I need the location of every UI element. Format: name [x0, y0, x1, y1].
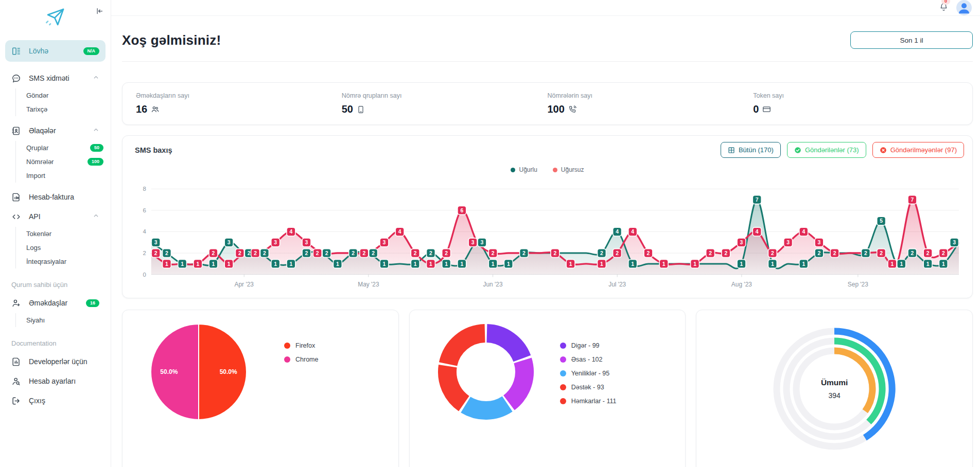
svg-text:2: 2: [942, 250, 945, 256]
sms-tab-1[interactable]: Göndərilənlər (73): [787, 142, 866, 158]
svg-text:1: 1: [492, 261, 495, 267]
total-radial-card: Ümumi 394: [696, 310, 973, 467]
legend-dot: [560, 384, 566, 390]
tab-label: Göndərilməyənlər (97): [890, 146, 957, 154]
sidebar-collapse-icon[interactable]: [96, 7, 103, 17]
sidebar-item-emekdaslar[interactable]: Əməkdaşlar16: [5, 294, 106, 312]
sidebar-item-lovhe[interactable]: LövhəN/A: [5, 40, 106, 62]
category-donut-legend: Digər - 99 Əsas - 102 Yeniliklər - 95 Də…: [560, 342, 617, 405]
svg-text:6: 6: [460, 208, 463, 213]
svg-text:2: 2: [522, 250, 526, 256]
legend-item[interactable]: Yeniliklər - 95: [560, 370, 617, 377]
period-select-button[interactable]: Son 1 il: [850, 31, 973, 49]
category-donut-chart: [436, 322, 535, 423]
legend-item[interactable]: Chrome: [284, 356, 318, 363]
sidebar-item-tarixce[interactable]: Tarixçə: [16, 102, 111, 116]
legend-item[interactable]: Dəstək - 93: [560, 384, 617, 391]
sidebar-nav: LövhəN/ASMS xidmətiGöndərTarixçəƏlaqələr…: [0, 36, 111, 410]
svg-text:1: 1: [507, 261, 510, 267]
sidebar-item-sms-xidmeti[interactable]: SMS xidməti: [5, 69, 106, 87]
sms-line-chart: 02468Apr '23May '23Jun '23Jul '23Aug '23…: [131, 174, 964, 295]
svg-text:1: 1: [383, 261, 386, 267]
sidebar-item-elaqeler[interactable]: Əlaqələr: [5, 121, 106, 140]
sidebar-item-label: Developerlər üçün: [29, 357, 99, 366]
svg-text:1: 1: [740, 261, 743, 267]
sidebar-item-label: İnteqrasiyalar: [26, 258, 111, 265]
sidebar-item-cixis[interactable]: Çıxış: [5, 391, 106, 410]
legend-dot: [511, 168, 515, 172]
sidebar-item-label: Əməkdaşlar: [29, 299, 79, 307]
sms-tab-0[interactable]: Bütün (170): [721, 142, 781, 158]
radial-chart-svg: [768, 322, 901, 455]
pie-chart-svg: 50.0%50.0%: [149, 322, 248, 421]
sidebar-item-label: SMS xidməti: [29, 74, 85, 82]
sms-tab-2[interactable]: Göndərilməyənlər (97): [872, 142, 964, 158]
sidebar-item-inteqrasiyalar[interactable]: İnteqrasiyalar: [16, 255, 111, 268]
svg-text:2: 2: [372, 250, 375, 256]
sidebar-item-tokenler[interactable]: Tokenlər: [16, 227, 111, 241]
svg-text:1: 1: [891, 261, 894, 267]
notifications-bell-icon[interactable]: 0: [939, 3, 948, 13]
svg-text:1: 1: [227, 261, 231, 267]
sms-overview-card: SMS baxış Bütün (170)Göndərilənlər (73)G…: [122, 135, 973, 298]
svg-text:3: 3: [481, 240, 484, 245]
person-add-icon: [11, 298, 22, 308]
sidebar-item-logs[interactable]: Logs: [16, 241, 111, 255]
browser-pie-legend: Firefox Chrome: [284, 342, 318, 363]
sidebar-item-developerler[interactable]: Developerlər üçün: [5, 352, 106, 371]
legend-item[interactable]: Firefox: [284, 342, 318, 349]
user-avatar[interactable]: [956, 0, 972, 15]
legend-label: Yeniliklər - 95: [571, 370, 610, 377]
svg-text:1: 1: [290, 261, 293, 267]
line-chart-svg: 02468Apr '23May '23Jun '23Jul '23Aug '23…: [131, 174, 964, 293]
stat-card: Nömrə qrupların sayı 50: [342, 92, 548, 115]
svg-text:1: 1: [600, 261, 603, 267]
sidebar-item-hesab-faktura[interactable]: Hesab-faktura: [5, 188, 106, 206]
sidebar-item-label: API: [29, 212, 85, 221]
legend-label: Əsas - 102: [571, 356, 603, 363]
svg-text:3: 3: [274, 240, 277, 245]
sidebar-item-gonder[interactable]: Göndər: [16, 88, 111, 102]
count-badge: 100: [87, 158, 103, 166]
sidebar-item-import[interactable]: Import: [16, 169, 111, 183]
svg-text:2: 2: [553, 250, 556, 256]
legend-item[interactable]: Uğursuz: [553, 166, 584, 173]
page-title: Xoş gəlmisiniz!: [122, 32, 221, 48]
legend-item[interactable]: Həmkarlar - 111: [560, 398, 617, 405]
bottom-charts-row: 50.0%50.0% Firefox Chrome Digər - 99 Əsa…: [122, 310, 973, 467]
svg-text:2: 2: [911, 250, 914, 256]
svg-text:2: 2: [263, 250, 266, 256]
legend-item[interactable]: Digər - 99: [560, 342, 617, 349]
svg-text:Jun '23: Jun '23: [483, 281, 503, 289]
tab-label: Göndərilənlər (73): [805, 146, 859, 154]
sidebar-subgroup: Siyahı: [15, 313, 111, 327]
sidebar-item-qruplar[interactable]: Qruplar50: [16, 141, 111, 155]
people-icon: [151, 105, 160, 114]
svg-text:2: 2: [880, 250, 883, 256]
legend-item[interactable]: Əsas - 102: [560, 356, 617, 363]
svg-text:2: 2: [316, 250, 319, 256]
svg-text:2: 2: [709, 250, 712, 256]
app-root: LövhəN/ASMS xidmətiGöndərTarixçəƏlaqələr…: [0, 0, 980, 467]
svg-text:1: 1: [631, 261, 634, 267]
legend-dot: [560, 398, 566, 404]
doc-icon: [11, 356, 22, 367]
chevron-up-icon: [93, 212, 99, 221]
sidebar-item-hesab-ayarlari[interactable]: Hesab ayarları: [5, 372, 106, 390]
legend-dot: [560, 356, 566, 363]
svg-text:3: 3: [817, 240, 820, 245]
sidebar-item-siyahi[interactable]: Siyahı: [16, 313, 111, 327]
sidebar-item-label: Lövhə: [29, 47, 76, 55]
stats-card: Əməkdaşların sayı 16 Nömrə qrupların say…: [122, 82, 973, 125]
sidebar-item-api[interactable]: API: [5, 207, 106, 226]
svg-text:1: 1: [212, 261, 215, 267]
svg-text:2: 2: [254, 250, 257, 256]
legend-label: Dəstək - 93: [571, 384, 604, 391]
chevron-up-icon: [93, 127, 99, 135]
stat-label: Nömrə qrupların sayı: [342, 92, 548, 99]
sidebar-item-nomreler[interactable]: Nömrələr100: [16, 155, 111, 169]
legend-item[interactable]: Uğurlu: [511, 166, 537, 173]
stat-value: 50: [342, 103, 548, 115]
svg-text:2: 2: [305, 250, 308, 256]
legend-label: Digər - 99: [571, 342, 600, 349]
